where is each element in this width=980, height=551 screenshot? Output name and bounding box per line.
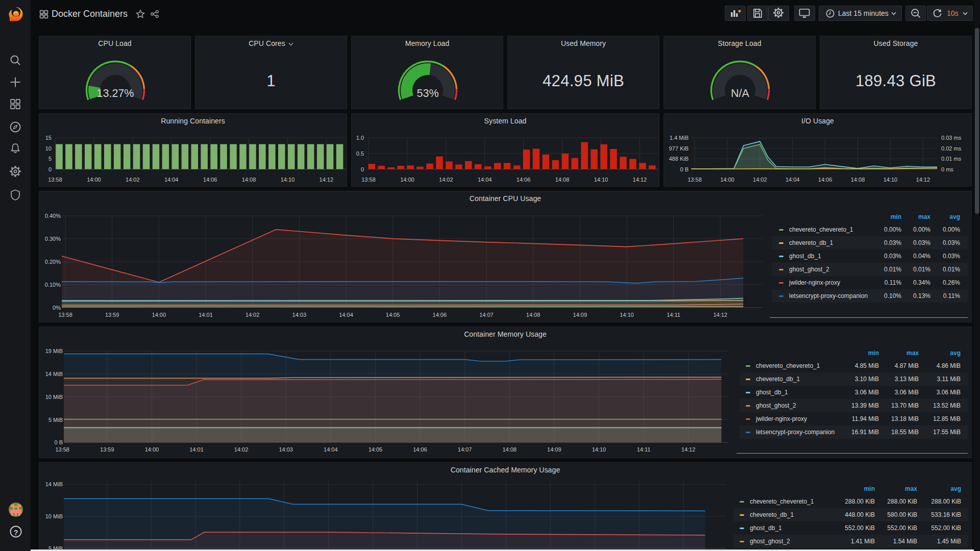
svg-text:0%: 0%	[53, 305, 61, 311]
svg-text:14:10: 14:10	[620, 312, 634, 318]
svg-text:13:58: 13:58	[48, 177, 62, 183]
svg-text:14:01: 14:01	[199, 312, 213, 318]
svg-text:0.40%: 0.40%	[45, 213, 61, 219]
svg-text:14:12: 14:12	[681, 446, 696, 453]
svg-text:14:09: 14:09	[573, 312, 587, 318]
svg-text:?: ?	[13, 528, 18, 537]
svg-text:14:00: 14:00	[400, 177, 414, 183]
svg-text:14:07: 14:07	[458, 446, 472, 453]
svg-text:14:04: 14:04	[478, 177, 492, 183]
svg-text:13:58: 13:58	[58, 312, 72, 318]
svg-text:0.01 ms: 0.01 ms	[941, 156, 962, 162]
svg-text:14:02: 14:02	[753, 177, 767, 183]
svg-text:14:02: 14:02	[439, 177, 453, 183]
svg-text:14:05: 14:05	[369, 446, 383, 453]
svg-text:14:12: 14:12	[320, 177, 334, 183]
svg-text:13:58: 13:58	[688, 177, 702, 183]
svg-text:0.10%: 0.10%	[45, 282, 61, 288]
svg-text:15: 15	[45, 135, 52, 141]
svg-text:488 KiB: 488 KiB	[669, 156, 689, 162]
svg-text:13:59: 13:59	[100, 446, 114, 453]
svg-text:14 MiB: 14 MiB	[45, 481, 63, 487]
svg-text:5: 5	[48, 156, 52, 162]
svg-text:14:12: 14:12	[916, 177, 930, 183]
svg-text:14:02: 14:02	[246, 312, 260, 318]
svg-text:14:00: 14:00	[145, 446, 159, 453]
svg-text:977 KiB: 977 KiB	[669, 145, 689, 152]
svg-text:0.5: 0.5	[356, 151, 364, 157]
svg-text:14:04: 14:04	[324, 446, 338, 453]
svg-text:14:04: 14:04	[339, 312, 353, 318]
svg-text:14:10: 14:10	[592, 446, 606, 453]
svg-text:10: 10	[45, 145, 52, 152]
svg-text:14:10: 14:10	[594, 177, 608, 183]
svg-text:14:06: 14:06	[413, 446, 427, 453]
svg-text:0.20%: 0.20%	[45, 259, 61, 265]
svg-text:14:12: 14:12	[633, 177, 647, 183]
svg-text:14:03: 14:03	[292, 312, 307, 318]
svg-text:13:58: 13:58	[55, 446, 69, 453]
svg-text:14:00: 14:00	[87, 177, 101, 183]
svg-text:14:09: 14:09	[547, 446, 561, 453]
svg-text:14:02: 14:02	[126, 177, 140, 183]
svg-text:14:11: 14:11	[637, 446, 651, 453]
svg-text:14:07: 14:07	[479, 312, 494, 318]
svg-text:14:06: 14:06	[433, 312, 447, 318]
svg-text:19 MiB: 19 MiB	[45, 348, 63, 354]
svg-text:13.27%: 13.27%	[97, 87, 134, 99]
svg-text:14:08: 14:08	[242, 177, 256, 183]
svg-text:14:06: 14:06	[517, 177, 531, 183]
svg-text:1.4 MiB: 1.4 MiB	[670, 135, 689, 141]
svg-text:14:05: 14:05	[386, 312, 400, 318]
svg-text:14:10: 14:10	[884, 177, 898, 183]
svg-text:0 B: 0 B	[54, 439, 63, 445]
svg-text:5 MiB: 5 MiB	[48, 417, 63, 423]
svg-text:14:06: 14:06	[818, 177, 832, 183]
svg-text:0 B: 0 B	[680, 166, 689, 172]
svg-text:14:04: 14:04	[786, 177, 800, 183]
svg-text:53%: 53%	[416, 87, 438, 99]
svg-text:14:01: 14:01	[189, 446, 204, 453]
svg-text:14:12: 14:12	[713, 312, 727, 318]
svg-text:1.0: 1.0	[356, 135, 364, 141]
svg-text:0.30%: 0.30%	[45, 236, 61, 242]
svg-text:14:10: 14:10	[281, 177, 295, 183]
svg-text:14:11: 14:11	[667, 312, 680, 318]
svg-text:14:06: 14:06	[203, 177, 217, 183]
svg-text:14:00: 14:00	[152, 312, 166, 318]
svg-text:N/A: N/A	[731, 87, 750, 99]
svg-text:0.03 ms: 0.03 ms	[941, 135, 962, 141]
svg-text:14:00: 14:00	[720, 177, 734, 183]
svg-text:13:58: 13:58	[361, 177, 376, 183]
svg-text:14:08: 14:08	[502, 446, 517, 453]
svg-text:0.02 ms: 0.02 ms	[941, 145, 962, 152]
svg-text:14:02: 14:02	[234, 446, 249, 453]
svg-text:14:08: 14:08	[851, 177, 865, 183]
svg-text:14:08: 14:08	[526, 312, 541, 318]
svg-text:10 MiB: 10 MiB	[45, 394, 63, 400]
svg-text:14:04: 14:04	[164, 177, 179, 183]
svg-text:14:03: 14:03	[279, 446, 293, 453]
svg-text:0: 0	[48, 166, 52, 172]
svg-text:13:59: 13:59	[105, 312, 119, 318]
svg-text:10 MiB: 10 MiB	[45, 513, 63, 519]
svg-text:0 ms: 0 ms	[941, 166, 953, 172]
svg-text:14 MiB: 14 MiB	[45, 371, 63, 377]
svg-text:0: 0	[361, 166, 364, 172]
svg-text:14:08: 14:08	[555, 177, 570, 183]
